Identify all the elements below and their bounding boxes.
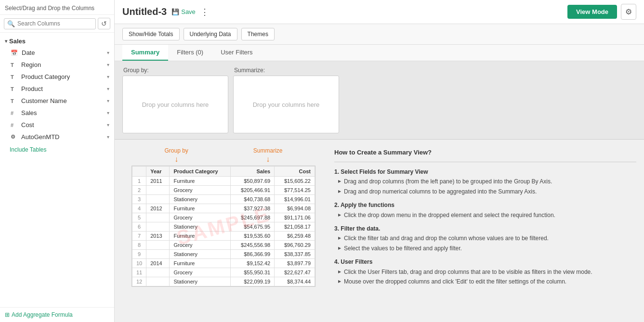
settings-button[interactable]: ⚙: [621, 4, 636, 20]
underlying-data-button[interactable]: Underlying Data: [184, 28, 237, 40]
show-hide-totals-button[interactable]: Show/Hide Totals: [122, 28, 180, 40]
search-row: 🔍 ↺: [0, 15, 114, 33]
row-num: 4: [132, 204, 146, 213]
sales-group-header[interactable]: ▾ Sales: [0, 36, 114, 47]
cell-year: 2013: [146, 232, 170, 241]
drop-zones-area: Group by: Drop your columns here Summari…: [115, 61, 644, 140]
cell-cat: Stationery: [170, 250, 231, 259]
cell-cost: $8,374.44: [275, 277, 315, 286]
col-header-year: Year: [146, 167, 170, 177]
field-name: Cost: [21, 121, 34, 129]
summarize-placeholder: Drop your columns here: [253, 101, 320, 108]
tab-user-filters[interactable]: User Filters: [212, 45, 261, 61]
instruction-step: 3. Filter the data.Click the filter tab …: [334, 224, 636, 253]
field-item-left: ⚙ AutoGenMTD: [11, 133, 59, 141]
row-num: 11: [132, 268, 146, 277]
cell-cat: Furniture: [170, 259, 231, 268]
topbar-right: View Mode ⚙: [567, 4, 636, 20]
col-header-num: [132, 167, 146, 177]
toolbar: Show/Hide Totals Underlying Data Themes: [115, 24, 644, 45]
cell-sales: $245,697.88: [231, 213, 275, 222]
cell-year: [146, 186, 170, 195]
cell-year: [146, 241, 170, 250]
save-button[interactable]: 💾 Save: [171, 8, 196, 15]
page-title: Untitled-3: [122, 6, 167, 17]
sidebar-field-item[interactable]: T Product Category ▾: [0, 71, 114, 83]
drop-zones-row: Group by: Drop your columns here Summari…: [122, 67, 636, 133]
field-type-icon: 📅: [11, 50, 18, 56]
table-row: 10 2014 Furniture $9,152.42 $3,897.79: [132, 259, 315, 268]
cell-cat: Furniture: [170, 177, 231, 186]
step-bullet: Click the drop down menu in the dropped …: [334, 210, 636, 220]
add-formula-icon: ⊞: [5, 311, 10, 318]
cell-cost: $91,171.06: [275, 213, 315, 222]
row-num: 10: [132, 259, 146, 268]
cell-cat: Grocery: [170, 213, 231, 222]
cell-sales: $9,152.42: [231, 259, 275, 268]
field-item-left: 📅 Date: [11, 49, 35, 56]
row-num: 12: [132, 277, 146, 286]
instruction-step: 4. User FiltersClick the User Filters ta…: [334, 257, 636, 286]
sidebar-field-item[interactable]: T Customer Name ▾: [0, 95, 114, 107]
table-header-row: Year Product Category Sales Cost: [132, 167, 315, 177]
table-row: 3 Stationery $40,738.68 $14,996.01: [132, 195, 315, 204]
step-bullet: Mouse over the dropped columns and click…: [334, 277, 636, 286]
tab-summary[interactable]: Summary: [122, 45, 168, 61]
sidebar-field-item[interactable]: # Cost ▾: [0, 119, 114, 131]
main-area: Untitled-3 💾 Save ⋮ View Mode ⚙ Show/Hid…: [115, 0, 644, 322]
group-by-container: Group by: Drop your columns here: [122, 67, 233, 133]
instructions-divider: [334, 162, 636, 162]
view-mode-button[interactable]: View Mode: [567, 5, 617, 19]
sidebar-field-item[interactable]: 📅 Date ▾: [0, 47, 114, 59]
table-row: 6 Stationery $54,675.95 $21,058.17: [132, 222, 315, 232]
sidebar-field-item[interactable]: # Sales ▾: [0, 107, 114, 119]
cell-year: [146, 195, 170, 204]
search-input[interactable]: [17, 20, 92, 27]
field-type-icon: T: [11, 62, 17, 68]
table-row: 11 Grocery $55,950.31 $22,627.47: [132, 268, 315, 277]
themes-button[interactable]: Themes: [241, 28, 275, 40]
tabs: Summary Filters (0) User Filters: [115, 45, 644, 61]
search-input-wrap: 🔍: [4, 18, 96, 29]
summarize-drop-zone[interactable]: Drop your columns here: [233, 76, 339, 133]
search-icon: 🔍: [7, 20, 15, 27]
row-num: 2: [132, 186, 146, 195]
cell-sales: $19,535.60: [231, 232, 275, 241]
sidebar-header-text: Select/Drag and Drop the Columns: [5, 5, 94, 12]
row-num: 8: [132, 241, 146, 250]
refresh-button[interactable]: ↺: [98, 18, 110, 29]
step-title: 4. User Filters: [334, 257, 636, 267]
table-row: 1 2011 Furniture $50,897.69 $15,605.22: [132, 177, 315, 186]
cell-cat: Furniture: [170, 204, 231, 213]
cell-cat: Stationery: [170, 195, 231, 204]
table-row: 12 Stationery $22,099.19 $8,374.44: [132, 277, 315, 286]
summarize-arrow-icon: ↓: [266, 155, 270, 164]
field-chevron-icon: ▾: [107, 86, 109, 91]
include-tables-link[interactable]: Include Tables: [5, 142, 52, 156]
step-title: 3. Filter the data.: [334, 224, 636, 233]
field-type-icon: T: [11, 86, 17, 92]
sidebar-field-item[interactable]: T Product ▾: [0, 83, 114, 95]
group-by-placeholder: Drop your columns here: [142, 101, 209, 108]
step-bullet: Click the filter tab and drag and drop t…: [334, 233, 636, 243]
cell-cat: Grocery: [170, 241, 231, 250]
tab-filters[interactable]: Filters (0): [168, 45, 212, 61]
group-by-drop-zone[interactable]: Drop your columns here: [122, 76, 228, 133]
table-row: 2 Grocery $205,466.91 $77,514.25: [132, 186, 315, 195]
sidebar-field-item[interactable]: T Region ▾: [0, 59, 114, 71]
cell-cat: Stationery: [170, 222, 231, 232]
cell-cost: $6,259.48: [275, 232, 315, 241]
step-bullet: Click the User Filters tab, drag and dro…: [334, 267, 636, 277]
cell-year: [146, 277, 170, 286]
instructions-title: How to Create a Summary View?: [334, 147, 636, 158]
chart-preview: Group by ↓ Summarize ↓ Year: [122, 147, 325, 314]
cell-year: 2014: [146, 259, 170, 268]
field-type-icon: T: [11, 98, 17, 104]
step-bullet: Drag and drop numerical columns to be ag…: [334, 187, 636, 196]
topbar: Untitled-3 💾 Save ⋮ View Mode ⚙: [115, 0, 644, 24]
add-formula-button[interactable]: ⊞ Add Aggregate Formula: [0, 307, 114, 322]
cell-cost: $77,514.25: [275, 186, 315, 195]
more-options-button[interactable]: ⋮: [200, 7, 209, 17]
sidebar-header: Select/Drag and Drop the Columns: [0, 0, 114, 15]
field-chevron-icon: ▾: [107, 134, 109, 140]
